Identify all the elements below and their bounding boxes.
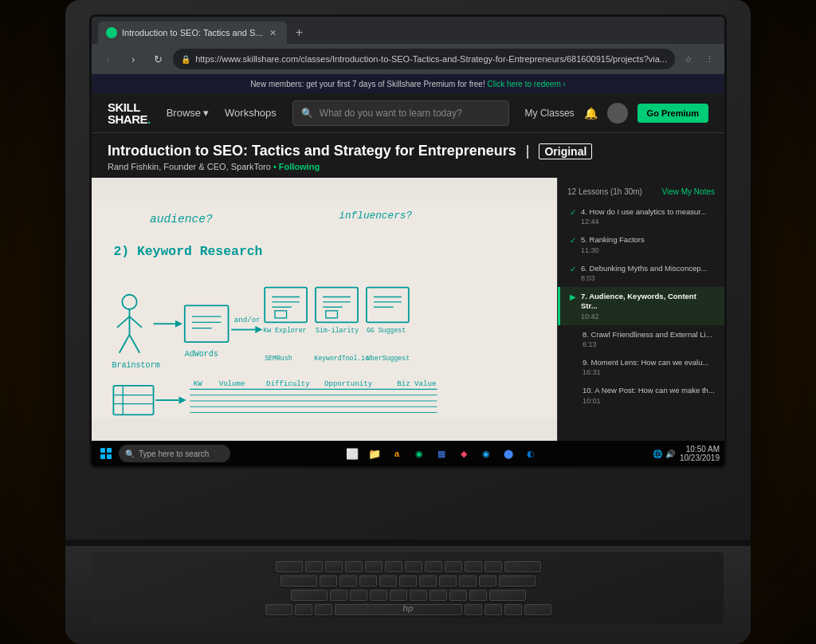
key-ctrl-right[interactable] — [524, 604, 551, 615]
svg-text:Opportunity: Opportunity — [324, 379, 373, 388]
key-shift-right[interactable] — [489, 590, 526, 601]
task-view-icon[interactable]: ⬜ — [343, 445, 361, 462]
lesson-item[interactable]: 9. Moment Lens: How can we evalu... 16:3… — [558, 353, 724, 381]
system-tray: 🌐 🔊 — [653, 450, 675, 458]
search-box[interactable]: 🔍 What do you want to learn today? — [292, 100, 509, 126]
key-b[interactable] — [410, 590, 427, 601]
lesson-duration: 6:13 — [583, 340, 715, 348]
key-n[interactable] — [430, 590, 447, 601]
lesson-item[interactable]: 10. A New Post: How can we make th... 10… — [558, 381, 724, 409]
view-notes-link[interactable]: View My Notes — [661, 187, 715, 196]
reload-button[interactable]: ↻ — [148, 49, 168, 69]
lesson-item[interactable]: ✓ 6. Debunking Myths and Misconcep... 8:… — [558, 259, 724, 287]
amazon-icon[interactable]: a — [388, 445, 406, 462]
key-i[interactable] — [445, 561, 462, 572]
promo-link[interactable]: Click here to redeem › — [487, 80, 565, 88]
key-shift-left[interactable] — [291, 590, 328, 601]
app-icon-4[interactable]: ◉ — [477, 445, 495, 462]
lesson-item[interactable]: ▶ 7. Audience, Keywords, Content Str... … — [558, 287, 724, 325]
key-ctrl[interactable] — [265, 604, 292, 615]
key-v[interactable] — [390, 590, 407, 601]
key-w[interactable] — [325, 561, 343, 572]
key-g[interactable] — [399, 575, 417, 587]
key-y[interactable] — [405, 561, 422, 572]
svg-text:Volume: Volume — [219, 379, 245, 388]
windows-search-box[interactable]: 🔍 Type here to search — [119, 445, 230, 462]
key-down[interactable] — [504, 604, 522, 615]
key-l[interactable] — [479, 575, 496, 587]
svg-text:KeywordTool.io: KeywordTool.io — [314, 355, 369, 362]
skillshare-logo[interactable]: SKILL SHARE. — [108, 101, 151, 125]
chrome-icon[interactable]: ⬤ — [500, 445, 517, 462]
bookmark-icon[interactable]: ☆ — [680, 50, 697, 68]
address-box[interactable]: 🔒 https://www.skillshare.com/classes/Int… — [173, 49, 675, 69]
lesson-title: 8. Crawl Friendliness and External Li... — [583, 330, 715, 340]
key-z[interactable] — [330, 590, 347, 601]
key-caps[interactable] — [280, 575, 317, 587]
key-enter[interactable] — [499, 575, 536, 587]
clock-date: 10/23/2019 — [680, 454, 720, 462]
forward-button[interactable]: › — [123, 49, 143, 69]
edge-icon[interactable]: ◐ — [522, 445, 539, 462]
tab-title: Introduction to SEO: Tactics and S... — [122, 28, 263, 37]
key-up[interactable] — [484, 604, 502, 615]
key-t[interactable] — [385, 561, 402, 572]
following-label[interactable]: • Following — [273, 162, 320, 171]
browse-menu[interactable]: Browse ▾ — [167, 107, 209, 119]
logo-skill: SKILL — [108, 101, 151, 113]
key-r[interactable] — [365, 561, 382, 572]
key-m[interactable] — [449, 590, 467, 601]
new-tab-button[interactable]: + — [288, 22, 311, 44]
active-tab[interactable]: Introduction to SEO: Tactics and S... ✕ — [98, 22, 287, 44]
lesson-duration: 12:44 — [581, 218, 715, 226]
key-u[interactable] — [425, 561, 442, 572]
lesson-item[interactable]: ✓ 4. How do I use analytics to measur...… — [558, 202, 724, 230]
key-tab[interactable] — [276, 561, 303, 572]
search-icon: 🔍 — [301, 108, 313, 119]
key-d[interactable] — [359, 575, 377, 587]
windows-search-icon: 🔍 — [125, 450, 135, 458]
app-icon-1[interactable]: ◉ — [410, 445, 428, 462]
lesson-item[interactable]: ✓ 5. Ranking Factors 11:30 — [558, 230, 724, 258]
app-icon-2[interactable]: ▦ — [433, 445, 450, 462]
app-icon-3[interactable]: ◆ — [455, 445, 473, 462]
lesson-item[interactable]: 8. Crawl Friendliness and External Li...… — [558, 325, 724, 353]
file-explorer-icon[interactable]: 📁 — [366, 445, 383, 462]
key-comma[interactable] — [469, 590, 487, 601]
lesson-check-icon: ✓ — [570, 236, 576, 245]
hp-logo: hp — [396, 600, 420, 616]
browser-menu-button[interactable]: ⋮ — [700, 50, 718, 68]
key-h[interactable] — [419, 575, 437, 587]
back-button[interactable]: ‹ — [98, 49, 118, 69]
key-k[interactable] — [459, 575, 477, 587]
my-classes-link[interactable]: My Classes — [525, 108, 575, 119]
key-fn[interactable] — [295, 604, 312, 615]
promo-text: New members: get your first 7 days of Sk… — [250, 80, 485, 88]
user-avatar[interactable] — [607, 103, 628, 124]
key-s[interactable] — [339, 575, 357, 587]
key-q[interactable] — [305, 561, 323, 572]
volume-icon: 🔊 — [665, 450, 675, 458]
go-premium-button[interactable]: Go Premium — [638, 104, 708, 123]
key-a[interactable] — [320, 575, 337, 587]
key-o[interactable] — [465, 561, 482, 572]
key-alt[interactable] — [315, 604, 332, 615]
workshops-link[interactable]: Workshops — [225, 107, 277, 119]
lesson-title: 5. Ranking Factors — [581, 235, 715, 245]
key-backspace[interactable] — [504, 561, 541, 572]
tab-close-button[interactable]: ✕ — [268, 27, 279, 38]
key-x[interactable] — [350, 590, 367, 601]
windows-start-button[interactable] — [96, 444, 116, 463]
search-input[interactable]: What do you want to learn today? — [320, 108, 462, 119]
key-p[interactable] — [484, 561, 502, 572]
lesson-info: 9. Moment Lens: How can we evalu... 16:3… — [583, 358, 715, 376]
key-c[interactable] — [370, 590, 387, 601]
key-e[interactable] — [345, 561, 363, 572]
notification-bell-icon[interactable]: 🔔 — [584, 107, 598, 120]
system-clock: 10:50 AM 10/23/2019 — [680, 445, 720, 462]
key-j[interactable] — [439, 575, 457, 587]
browse-label: Browse — [167, 107, 201, 119]
key-alt-right[interactable] — [465, 604, 482, 615]
key-f[interactable] — [379, 575, 397, 587]
svg-text:Kw Explorer: Kw Explorer — [263, 327, 306, 334]
